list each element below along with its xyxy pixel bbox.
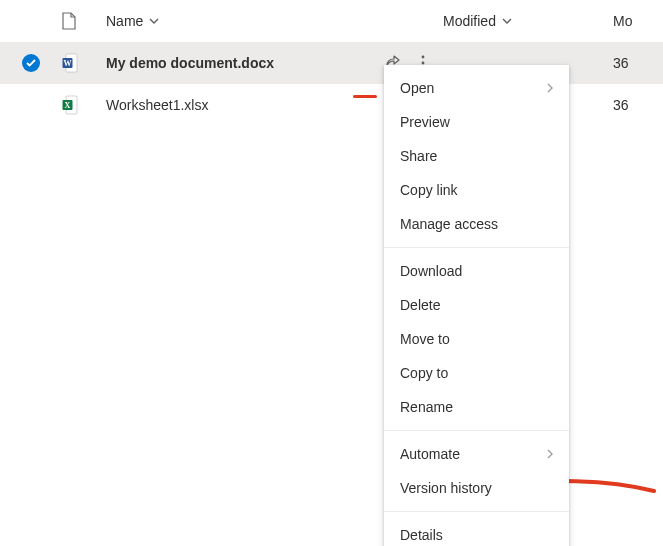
svg-text:X: X: [65, 101, 71, 110]
menu-item-label: Open: [400, 80, 434, 96]
file-name: My demo document.docx: [106, 55, 274, 71]
menu-item-label: Preview: [400, 114, 450, 130]
menu-open[interactable]: Open: [384, 71, 569, 105]
menu-item-label: Copy to: [400, 365, 448, 381]
menu-item-label: Copy link: [400, 182, 458, 198]
menu-item-label: Details: [400, 527, 443, 543]
file-name: Worksheet1.xlsx: [106, 97, 208, 113]
chevron-right-icon: [547, 449, 553, 459]
menu-item-label: Automate: [400, 446, 460, 462]
menu-rename[interactable]: Rename: [384, 390, 569, 424]
menu-item-label: Download: [400, 263, 462, 279]
word-file-icon: W: [62, 53, 78, 73]
menu-move-to[interactable]: Move to: [384, 322, 569, 356]
row-selected-check[interactable]: [22, 54, 40, 72]
header-name-label: Name: [106, 13, 143, 29]
menu-delete[interactable]: Delete: [384, 288, 569, 322]
menu-automate[interactable]: Automate: [384, 437, 569, 471]
file-type-icon: [62, 12, 76, 30]
menu-item-label: Version history: [400, 480, 492, 496]
header-name[interactable]: Name: [106, 13, 158, 29]
menu-copy-link[interactable]: Copy link: [384, 173, 569, 207]
header-modified-by-label: Mo: [613, 13, 632, 29]
menu-copy-to[interactable]: Copy to: [384, 356, 569, 390]
list-header: Name Modified Mo: [0, 0, 663, 42]
menu-manage-access[interactable]: Manage access: [384, 207, 569, 241]
chevron-down-icon: [149, 18, 158, 24]
header-modified-by[interactable]: Mo: [613, 13, 632, 29]
annotation-underline: [353, 95, 377, 98]
menu-item-label: Move to: [400, 331, 450, 347]
menu-version-history[interactable]: Version history: [384, 471, 569, 505]
chevron-down-icon: [502, 18, 511, 24]
menu-item-label: Share: [400, 148, 437, 164]
file-type-cell: W: [62, 53, 106, 73]
file-type-cell: X: [62, 95, 106, 115]
svg-point-4: [422, 62, 425, 65]
menu-item-label: Rename: [400, 399, 453, 415]
menu-download[interactable]: Download: [384, 254, 569, 288]
menu-details[interactable]: Details: [384, 518, 569, 546]
modified-by-partial: 36: [613, 97, 629, 113]
svg-text:W: W: [64, 59, 72, 68]
menu-share[interactable]: Share: [384, 139, 569, 173]
header-modified[interactable]: Modified: [443, 13, 511, 29]
svg-point-3: [422, 56, 425, 59]
header-type-icon[interactable]: [62, 12, 106, 30]
menu-item-label: Manage access: [400, 216, 498, 232]
header-modified-label: Modified: [443, 13, 496, 29]
context-menu: Open Preview Share Copy link Manage acce…: [384, 65, 569, 546]
menu-item-label: Delete: [400, 297, 440, 313]
excel-file-icon: X: [62, 95, 78, 115]
chevron-right-icon: [547, 83, 553, 93]
check-icon: [26, 59, 36, 67]
modified-by-partial: 36: [613, 55, 629, 71]
menu-preview[interactable]: Preview: [384, 105, 569, 139]
